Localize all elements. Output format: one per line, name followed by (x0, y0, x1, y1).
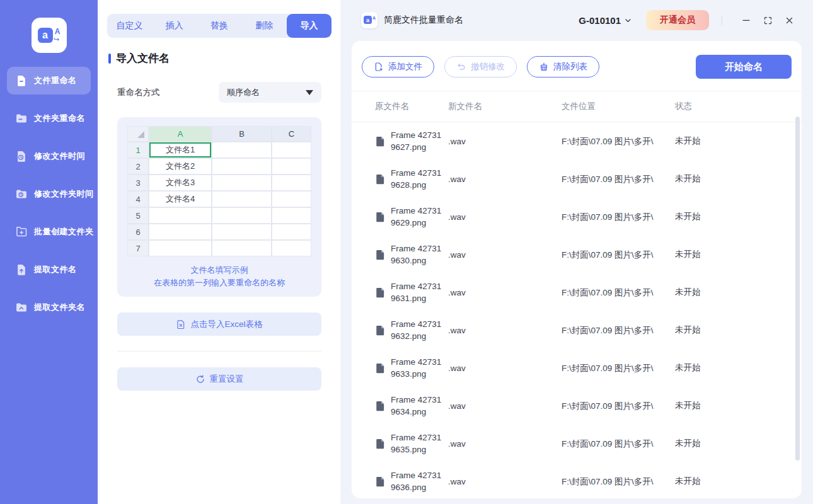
cell-a[interactable]: 文件名4 (149, 191, 212, 207)
sidebar-item[interactable]: 提取文件名 (7, 256, 91, 284)
hint-instruction: 在表格的第一列输入要重命名的名称 (127, 277, 311, 289)
cell-b[interactable] (212, 158, 272, 175)
table-row[interactable]: Frame 42731 9630.png .wav F:\封面\07.09 图片… (352, 236, 802, 273)
cell-a[interactable] (149, 240, 212, 256)
file-location: F:\封面\07.09 图片\多开\ (562, 288, 654, 297)
new-filename: .wav (448, 326, 562, 335)
version-dropdown[interactable]: G-010101 (579, 15, 632, 26)
undo-label: 撤销修改 (471, 61, 505, 72)
file-location: F:\封面\07.09 图片\多开\ (562, 401, 654, 411)
table-row[interactable]: Frame 42731 9634.png .wav F:\封面\07.09 图片… (352, 387, 802, 425)
table-row[interactable]: Frame 42731 9629.png .wav F:\封面\07.09 图片… (352, 198, 802, 236)
sheet-column-c-header[interactable]: C (272, 126, 311, 142)
close-button[interactable] (781, 13, 797, 28)
cell-b[interactable] (212, 191, 272, 207)
row-number[interactable]: 7 (127, 240, 149, 256)
tab[interactable]: 删除 (242, 14, 287, 38)
cell-a[interactable] (149, 224, 212, 240)
file-location: F:\封面\07.09 图片\多开\ (562, 326, 654, 335)
file-location: F:\封面\07.09 图片\多开\ (562, 364, 654, 373)
row-number[interactable]: 2 (127, 158, 149, 175)
rename-mode-tabs: 自定义 插入 替换 删除 导入 (107, 14, 332, 38)
cell-b[interactable] (212, 142, 272, 158)
table-row[interactable]: Frame 42731 9627.png .wav F:\封面\07.09 图片… (352, 122, 802, 160)
filename-spreadsheet: A B C 1 文件名1 2 文件名2 (127, 126, 311, 256)
sidebar-item[interactable]: 文件夹重命名 (7, 105, 91, 132)
sidebar-item[interactable]: 批量创建文件夹 (7, 218, 91, 246)
folder-rename-icon (15, 112, 28, 125)
original-filename: Frame 42731 9636.png (391, 469, 448, 493)
cell-c[interactable] (272, 191, 311, 207)
file-extract-icon (15, 263, 28, 276)
sidebar-item[interactable]: 修改文件夹时间 (7, 180, 91, 208)
row-number[interactable]: 5 (127, 207, 149, 224)
sidebar-item-label: 文件夹重命名 (34, 113, 85, 124)
cell-c[interactable] (272, 207, 311, 224)
file-location: F:\封面\07.09 图片\多开\ (562, 137, 654, 146)
row-number[interactable]: 3 (127, 175, 149, 191)
file-icon (376, 438, 385, 449)
table-row[interactable]: Frame 42731 9632.png .wav F:\封面\07.09 图片… (352, 311, 802, 349)
table-row[interactable]: Frame 42731 9631.png .wav F:\封面\07.09 图片… (352, 273, 802, 311)
original-filename: Frame 42731 9628.png (391, 167, 448, 191)
sheet-row: 5 (127, 207, 311, 224)
cell-c[interactable] (272, 158, 311, 175)
cell-b[interactable] (212, 240, 272, 256)
cell-a[interactable] (149, 207, 212, 224)
title-accent-bar (108, 54, 111, 64)
minimize-button[interactable] (739, 13, 754, 28)
cell-a[interactable]: 文件名3 (149, 175, 212, 191)
cell-a[interactable]: 文件名2 (149, 158, 212, 175)
column-header-status: 状态 (675, 101, 802, 112)
row-number[interactable]: 1 (127, 142, 149, 158)
table-row[interactable]: Frame 42731 9633.png .wav F:\封面\07.09 图片… (352, 349, 802, 387)
hint-example-link[interactable]: 文件名填写示例 (127, 264, 311, 277)
cell-c[interactable] (272, 142, 311, 158)
cell-c[interactable] (272, 175, 311, 191)
cell-c[interactable] (272, 224, 311, 240)
cell-b[interactable] (212, 207, 272, 224)
sheet-corner-cell[interactable] (127, 126, 149, 142)
sheet-column-b-header[interactable]: B (212, 126, 272, 142)
sheet-body: 1 文件名1 2 文件名2 3 文件名3 (127, 142, 311, 256)
row-number[interactable]: 6 (127, 224, 149, 240)
import-excel-button[interactable]: 点击导入Excel表格 (117, 312, 321, 336)
maximize-button[interactable] (760, 13, 775, 28)
status-label: 未开始 (675, 476, 802, 487)
sheet-column-a-header[interactable]: A (149, 126, 212, 142)
rename-mode-label: 重命名方式 (117, 87, 160, 98)
cell-a[interactable]: 文件名1 (149, 142, 212, 158)
rename-mode-row: 重命名方式 顺序命名 (117, 82, 321, 103)
table-row[interactable]: Frame 42731 9636.png .wav F:\封面\07.09 图片… (352, 462, 802, 498)
tab[interactable]: 导入 (287, 14, 332, 38)
cell-b[interactable] (212, 224, 272, 240)
table-row[interactable]: Frame 42731 9628.png .wav F:\封面\07.09 图片… (352, 160, 802, 198)
add-file-icon (374, 62, 384, 72)
undo-button[interactable]: 撤销修改 (444, 56, 517, 77)
scrollbar[interactable] (795, 117, 800, 461)
tab[interactable]: 插入 (152, 14, 197, 38)
sidebar-item[interactable]: 文件重命名 (7, 67, 91, 94)
start-rename-button[interactable]: 开始命名 (696, 55, 792, 79)
file-location: F:\封面\07.09 图片\多开\ (562, 250, 654, 260)
cell-b[interactable] (212, 175, 272, 191)
sidebar-item[interactable]: 提取文件夹名 (7, 294, 91, 321)
import-excel-label: 点击导入Excel表格 (190, 319, 262, 330)
new-filename: .wav (448, 477, 562, 486)
table-row[interactable]: Frame 42731 9635.png .wav F:\封面\07.09 图片… (352, 425, 802, 462)
row-number[interactable]: 4 (127, 191, 149, 207)
reset-settings-button[interactable]: 重置设置 (117, 367, 321, 391)
cell-c[interactable] (272, 240, 311, 256)
file-icon (376, 287, 385, 298)
tab[interactable]: 替换 (197, 14, 241, 38)
membership-button[interactable]: 开通会员 (646, 10, 709, 30)
sheet-row: 2 文件名2 (127, 158, 311, 175)
rename-mode-select[interactable]: 顺序命名 (219, 82, 321, 103)
clear-list-button[interactable]: 清除列表 (527, 56, 599, 77)
tab[interactable]: 自定义 (107, 14, 152, 38)
original-filename: Frame 42731 9633.png (391, 356, 448, 380)
new-filename: .wav (448, 364, 562, 373)
add-files-button[interactable]: 添加文件 (362, 56, 434, 77)
file-icon (376, 476, 385, 487)
sidebar-item[interactable]: 修改文件时间 (7, 142, 91, 170)
